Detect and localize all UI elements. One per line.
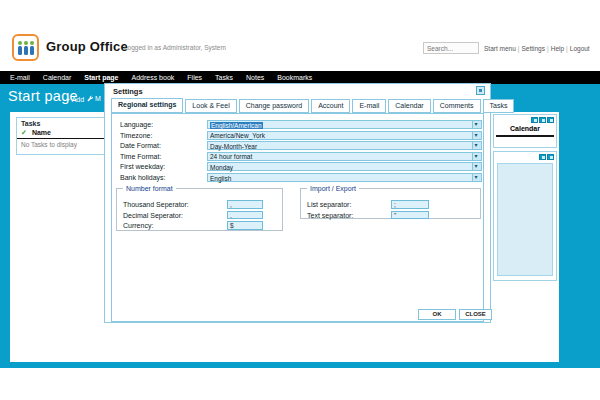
screen: Group Office Logged in as Administrator,…	[0, 0, 600, 400]
text-separator-field[interactable]: "	[391, 211, 429, 220]
tab-change-password[interactable]: Change password	[239, 99, 309, 113]
currency-field[interactable]: $	[227, 221, 263, 230]
language-row: Language: English/American	[112, 120, 483, 130]
currency-label: Currency:	[123, 222, 153, 229]
time-format-label: Time Format:	[120, 153, 161, 160]
nav-email[interactable]: E-mail	[10, 74, 30, 81]
manage-label: M	[95, 95, 101, 102]
settings-dialog: Settings Regional settings Look & Feel C…	[104, 83, 491, 323]
thousand-separator-field[interactable]: ,	[227, 200, 263, 209]
text-separator-row: Text separator: "	[301, 211, 480, 220]
currency-row: Currency: $	[117, 221, 282, 230]
tab-account[interactable]: Account	[311, 99, 350, 113]
header-links: Start menu|Settings|Help|Logout	[484, 45, 590, 52]
language-label: Language:	[120, 121, 153, 128]
date-format-row: Date Format: Day-Month-Year	[112, 141, 483, 151]
login-status: Logged in as Administrator, System	[124, 44, 226, 51]
tab-tasks[interactable]: Tasks	[483, 99, 515, 113]
chevron-down-icon[interactable]	[472, 163, 481, 170]
app-header: Group Office Logged in as Administrator,…	[0, 28, 600, 68]
tab-look-and-feel[interactable]: Look & Feel	[185, 99, 236, 113]
calendar-portlet-toolbar	[531, 117, 554, 123]
ok-button[interactable]: OK	[418, 309, 456, 320]
number-format-fieldset: Number format Thousand Seperator: , Deci…	[116, 188, 283, 231]
first-weekday-row: First weekday: Monday	[112, 162, 483, 172]
bank-holidays-row: Bank holidays: English	[112, 173, 483, 183]
chevron-down-icon[interactable]	[472, 153, 481, 160]
panel-toolbar-icon[interactable]	[547, 154, 554, 160]
tab-comments[interactable]: Comments	[433, 99, 481, 113]
logo-figure	[18, 41, 22, 55]
bank-holidays-label: Bank holidays:	[120, 174, 166, 181]
manage-link[interactable]: M	[86, 95, 101, 102]
calendar-portlet: Calendar	[493, 114, 557, 148]
date-format-value: Day-Month-Year	[210, 143, 257, 150]
settings-tabs: Regional settings Look & Feel Change pas…	[111, 99, 484, 113]
wrench-icon	[86, 95, 93, 102]
logout-link[interactable]: Logout	[570, 45, 590, 52]
group-office-logo-icon	[12, 34, 39, 61]
decimal-separator-row: Decimal Seperator: .	[117, 211, 282, 220]
note-content-area[interactable]	[497, 163, 553, 276]
logo-figure	[30, 41, 34, 55]
language-combo[interactable]: English/American	[207, 120, 482, 129]
chevron-down-icon[interactable]	[472, 121, 481, 128]
date-format-combo[interactable]: Day-Month-Year	[207, 141, 482, 150]
help-link[interactable]: Help	[551, 45, 564, 52]
panel-toolbar-icon[interactable]	[531, 117, 538, 123]
timezone-combo[interactable]: America/New_York	[207, 131, 482, 140]
time-format-value: 24 hour format	[210, 153, 252, 160]
import-export-fieldset: Import / Export List separator: ; Text s…	[300, 188, 481, 219]
nav-tasks[interactable]: Tasks	[215, 74, 233, 81]
close-icon[interactable]	[476, 86, 485, 95]
nav-bookmarks[interactable]: Bookmarks	[277, 74, 312, 81]
nav-notes[interactable]: Notes	[246, 74, 264, 81]
timezone-value: America/New_York	[210, 132, 265, 139]
regional-settings-panel: Language: English/American Timezone: Ame…	[111, 113, 484, 322]
import-export-legend: Import / Export	[307, 185, 359, 192]
list-separator-row: List separator: ;	[301, 200, 480, 209]
first-weekday-label: First weekday:	[120, 163, 165, 170]
panel-toolbar-icon[interactable]	[547, 117, 554, 123]
tab-email[interactable]: E-mail	[352, 99, 386, 113]
notes-portlet-toolbar	[539, 154, 554, 160]
panel-toolbar-icon[interactable]	[539, 154, 546, 160]
time-format-combo[interactable]: 24 hour format	[207, 152, 482, 161]
calendar-portlet-title: Calendar	[494, 125, 556, 132]
panel-toolbar-icon[interactable]	[539, 117, 546, 123]
start-menu-link[interactable]: Start menu	[484, 45, 516, 52]
timezone-label: Timezone:	[120, 132, 152, 139]
decimal-separator-label: Decimal Seperator:	[123, 212, 183, 219]
nav-files[interactable]: Files	[187, 74, 202, 81]
check-icon: ✓	[21, 129, 27, 136]
first-weekday-value: Monday	[210, 164, 233, 171]
timezone-row: Timezone: America/New_York	[112, 131, 483, 141]
bank-holidays-value: English	[210, 175, 231, 182]
list-separator-field[interactable]: ;	[391, 200, 429, 209]
dialog-title: Settings	[113, 87, 143, 96]
chevron-down-icon[interactable]	[472, 132, 481, 139]
thousand-separator-row: Thousand Seperator: ,	[117, 200, 282, 209]
close-button[interactable]: CLOSE	[459, 309, 492, 320]
search-input[interactable]	[423, 42, 479, 54]
chevron-down-icon[interactable]	[472, 142, 481, 149]
thousand-separator-label: Thousand Seperator:	[123, 201, 189, 208]
tab-regional-settings[interactable]: Regional settings	[111, 98, 183, 113]
chevron-down-icon[interactable]	[472, 174, 481, 181]
calendar-title-underline	[496, 135, 554, 137]
list-separator-label: List separator:	[307, 201, 351, 208]
text-separator-label: Text separator:	[307, 212, 353, 219]
date-format-label: Date Format:	[120, 142, 161, 149]
add-portlet-link[interactable]: + Add	[66, 96, 84, 103]
first-weekday-combo[interactable]: Monday	[207, 162, 482, 171]
tasks-name-column: Name	[32, 129, 51, 136]
logo-figure	[24, 41, 28, 55]
bank-holidays-combo[interactable]: English	[207, 173, 482, 182]
notes-portlet	[493, 151, 557, 281]
tab-calendar[interactable]: Calendar	[388, 99, 430, 113]
nav-calendar[interactable]: Calendar	[43, 74, 71, 81]
nav-start-page[interactable]: Start page	[84, 74, 118, 81]
decimal-separator-field[interactable]: .	[227, 211, 263, 220]
nav-address-book[interactable]: Address book	[132, 74, 175, 81]
settings-link[interactable]: Settings	[522, 45, 546, 52]
